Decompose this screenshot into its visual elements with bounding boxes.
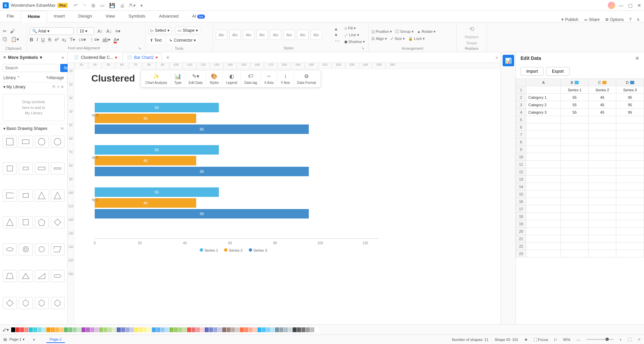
menu-tab-design[interactable]: Design — [72, 11, 99, 22]
color-swatch[interactable] — [46, 327, 50, 332]
fit-page-icon[interactable]: ⛶ — [628, 338, 631, 342]
color-swatch[interactable] — [134, 327, 138, 332]
library-dropdown[interactable]: Library ⌃ — [3, 75, 20, 80]
float-edit-data[interactable]: ✎▾Edit Data — [185, 72, 206, 86]
styles-down-icon[interactable]: ▾ — [335, 32, 340, 38]
color-swatch[interactable] — [29, 327, 33, 332]
color-swatch[interactable] — [205, 327, 209, 332]
line-button[interactable]: ／ Line▾ — [344, 32, 365, 38]
fill-button[interactable]: ◇ Fill▾ — [344, 26, 365, 30]
color-swatch[interactable] — [213, 327, 217, 332]
chart-legend[interactable]: Series 1Series 2Series 3 — [200, 248, 267, 252]
color-swatch[interactable] — [152, 327, 156, 332]
font-size-combo[interactable]: 10 ▾ — [77, 27, 94, 35]
more-symbols-button[interactable]: More Symbols — [8, 55, 38, 60]
color-swatch[interactable] — [209, 327, 213, 332]
shape-stencil[interactable] — [3, 297, 17, 309]
shape-stencil[interactable] — [35, 297, 49, 309]
zoom-slider[interactable] — [586, 339, 614, 340]
float-styles[interactable]: 🎨Styles — [206, 72, 223, 86]
color-swatch[interactable] — [24, 327, 28, 332]
color-swatch[interactable] — [42, 327, 46, 332]
play-icon[interactable]: ▷ — [554, 337, 557, 342]
my-library-toggle[interactable]: ▾ My Library — [3, 85, 25, 89]
shape-stencil[interactable] — [3, 136, 17, 148]
font-family-combo[interactable]: 🔍 Arial ▾ — [30, 27, 74, 35]
float-x-axis[interactable]: ↔X Axis — [261, 72, 277, 86]
color-swatch[interactable] — [183, 327, 187, 332]
style-preset[interactable]: Abc — [283, 30, 295, 40]
export-button[interactable]: Export — [546, 67, 570, 76]
float-type[interactable]: 📊Type — [171, 72, 185, 86]
color-swatch[interactable] — [253, 327, 257, 332]
color-swatch[interactable] — [38, 327, 42, 332]
color-swatch[interactable] — [279, 327, 283, 332]
library-dropzone[interactable]: Drag symbols here to add to My Library — [3, 94, 65, 121]
color-swatch[interactable] — [33, 327, 37, 332]
color-swatch[interactable] — [196, 327, 200, 332]
color-swatch[interactable] — [262, 327, 266, 332]
color-swatch[interactable] — [187, 327, 191, 332]
export-icon[interactable]: ⇱▾ — [129, 3, 136, 8]
align-button[interactable]: ☰ Align▾ — [371, 37, 387, 41]
shape-stencil[interactable] — [51, 270, 65, 282]
mylib-export-icon[interactable]: ⇱ — [52, 85, 56, 89]
color-swatch[interactable] — [249, 327, 253, 332]
color-swatch[interactable] — [11, 327, 15, 332]
color-swatch[interactable] — [156, 327, 160, 332]
print-icon[interactable]: 🖨 — [120, 3, 124, 8]
maximize-icon[interactable]: ▢ — [628, 3, 632, 8]
shape-stencil[interactable] — [35, 216, 49, 228]
shape-stencil[interactable] — [3, 189, 17, 202]
close-icon[interactable]: ✕ — [637, 3, 641, 8]
basic-shapes-close-icon[interactable]: ✕ — [61, 126, 64, 131]
new-icon[interactable]: ⊞ — [91, 3, 95, 8]
shape-stencil[interactable] — [51, 216, 65, 228]
group-button[interactable]: ⿴ Group▾ — [395, 29, 414, 34]
color-swatch[interactable] — [266, 327, 270, 332]
symbol-search-input[interactable] — [3, 64, 58, 72]
style-preset[interactable]: Abc — [310, 30, 322, 40]
shape-stencil[interactable] — [3, 162, 17, 175]
more-icon[interactable]: ▾ — [140, 3, 143, 8]
shape-stencil[interactable] — [35, 243, 49, 255]
shape-stencil[interactable] — [19, 136, 32, 148]
select-tool[interactable]: ▷ Select▾ — [148, 27, 172, 34]
color-swatch[interactable] — [310, 327, 314, 332]
color-swatch[interactable] — [165, 327, 169, 332]
help-icon[interactable]: ? — [629, 17, 631, 22]
line-spacing-icon[interactable]: ↕≡▾ — [78, 37, 86, 42]
color-swatch[interactable] — [125, 327, 130, 332]
subscript-icon[interactable]: x₂ — [62, 37, 66, 42]
color-swatch[interactable] — [60, 327, 64, 332]
options-button[interactable]: ⚙ Options — [605, 17, 624, 22]
bar[interactable]: 95 — [95, 209, 309, 219]
style-preset[interactable]: Abc — [270, 30, 281, 40]
color-swatch[interactable] — [90, 327, 94, 332]
bar[interactable]: 45 — [95, 156, 196, 165]
user-avatar[interactable] — [608, 2, 615, 9]
undo-icon[interactable]: ↶ — [74, 3, 78, 8]
shape-stencil[interactable] — [51, 189, 65, 202]
bullets-icon[interactable]: ⋮≡▾ — [89, 37, 99, 42]
color-swatch[interactable] — [222, 327, 226, 332]
share-button[interactable]: ⫘ Share — [584, 17, 600, 22]
bar[interactable]: 95 — [95, 124, 309, 134]
mylib-add-icon[interactable]: + — [57, 85, 60, 89]
bar[interactable]: 95 — [95, 167, 309, 176]
document-tab[interactable]: 📄Clustered Bar C... — [70, 53, 121, 62]
shape-stencil[interactable] — [3, 216, 17, 228]
shape-stencil[interactable] — [3, 270, 17, 282]
shape-stencil[interactable] — [19, 243, 32, 255]
color-swatch[interactable] — [99, 327, 103, 332]
zoom-out-icon[interactable]: — — [577, 338, 580, 342]
color-swatch[interactable] — [68, 327, 72, 332]
style-preset[interactable]: Abc — [243, 30, 254, 40]
menu-tab-advanced[interactable]: Advanced — [152, 11, 185, 22]
color-swatch[interactable] — [200, 327, 204, 332]
redo-icon[interactable]: ↷ — [83, 3, 87, 8]
close-panel-icon[interactable]: ✕ — [635, 55, 639, 61]
shadow-button[interactable]: ◼ Shadow▾ — [344, 40, 365, 44]
color-swatch[interactable] — [271, 327, 275, 332]
shape-stencil[interactable] — [35, 136, 49, 148]
